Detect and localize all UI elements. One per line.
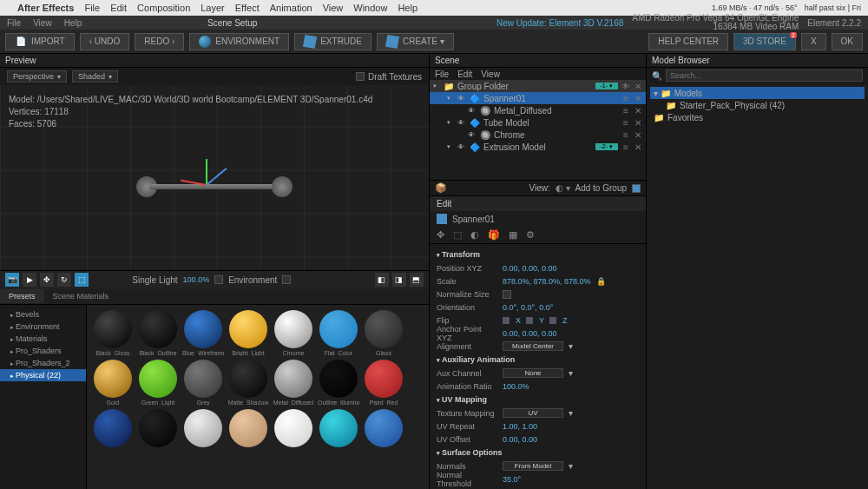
scale-icon[interactable]: ⬚	[453, 229, 462, 241]
starter-pack[interactable]: 📁Starter_Pack_Physical (42)	[650, 99, 865, 111]
tab-scene-materials[interactable]: Scene Materials	[44, 289, 118, 303]
scene-item[interactable]: ▾👁🔷Extrusion Model-2- ▾≡✕	[430, 141, 646, 153]
gear-icon[interactable]: ⚙	[526, 229, 535, 241]
favorites-folder[interactable]: 📁Favorites	[650, 111, 865, 123]
models-folder[interactable]: ▾ 📁Models	[650, 87, 865, 99]
sec-uv[interactable]: UV Mapping	[437, 393, 639, 406]
scene-item[interactable]: 👁🔘Chrome≡✕	[430, 129, 646, 141]
material-extra-6[interactable]	[363, 409, 404, 447]
light-checkbox[interactable]	[214, 275, 223, 284]
menu-layer[interactable]: Layer	[201, 3, 225, 13]
material-matte_shadow[interactable]: Matte_Shadow	[227, 360, 269, 406]
create-button[interactable]: CREATE ▾	[377, 33, 454, 50]
tree-materials[interactable]: Materials	[0, 333, 86, 345]
sub-file[interactable]: File	[7, 18, 21, 28]
aux-dropdown[interactable]: None	[503, 368, 563, 378]
import-button[interactable]: 📄IMPORT	[5, 33, 75, 50]
scene-file[interactable]: File	[435, 69, 449, 79]
sec-transform[interactable]: Transform	[437, 248, 639, 261]
shaded-dropdown[interactable]: Shaded	[72, 70, 118, 83]
material-flat_color[interactable]: Flat_Color	[318, 310, 359, 356]
group-folder-row[interactable]: ▾📁Group Folder -1- ▾👁✕	[430, 80, 646, 92]
normals-dropdown[interactable]: From Model	[503, 461, 563, 471]
update-link[interactable]: New Update: Element 3D V.2168	[496, 18, 623, 28]
draft-checkbox[interactable]	[356, 72, 365, 81]
helpcenter-button[interactable]: HELP CENTER	[648, 33, 728, 50]
tree-proshaders2[interactable]: Pro_Shaders_2	[0, 357, 86, 369]
material-paint_red[interactable]: Paint_Red	[363, 360, 404, 406]
material-black_gloss[interactable]: Black_Gloss	[92, 310, 134, 356]
scene-item[interactable]: 👁🔘Metal_Diffused≡✕	[430, 104, 646, 116]
vp-btn3[interactable]: ⬒	[410, 273, 424, 287]
material-bright_light[interactable]: Bright_Light	[227, 310, 269, 356]
pos-value[interactable]: 0.00, 0.00, 0.00	[503, 264, 557, 273]
align-dropdown[interactable]: Model Center	[503, 341, 563, 351]
select-tool[interactable]: ▶	[23, 273, 36, 287]
sec-aux[interactable]: Auxiliary Animation	[437, 353, 639, 367]
texmap-dropdown[interactable]: UV	[503, 408, 563, 418]
anchor-value[interactable]: 0.00, 0.00, 0.00	[503, 329, 557, 338]
menu-composition[interactable]: Composition	[137, 3, 190, 13]
menu-effect[interactable]: Effect	[235, 3, 260, 13]
sub-view[interactable]: View	[33, 18, 52, 28]
x-button[interactable]: X	[801, 33, 826, 50]
material-extra-2[interactable]	[182, 409, 224, 447]
material-extra-0[interactable]	[92, 409, 134, 447]
status-time[interactable]: half past six | Fri	[805, 3, 861, 12]
undo-button[interactable]: ‹ UNDO	[80, 33, 130, 50]
menu-animation[interactable]: Animation	[270, 3, 312, 13]
menu-view[interactable]: View	[323, 3, 344, 13]
orient-value[interactable]: 0.0°, 0.0°, 0.0°	[503, 303, 553, 312]
material-extra-4[interactable]	[273, 409, 314, 447]
menu-help[interactable]: Help	[398, 3, 418, 13]
material-blue_wireframe[interactable]: Blue_Wireframe	[182, 310, 224, 356]
material-chrome[interactable]: Chrome	[273, 310, 314, 356]
material-extra-1[interactable]	[137, 409, 179, 447]
gift-icon[interactable]: 🎁	[488, 229, 500, 241]
env-checkbox[interactable]	[282, 275, 291, 284]
vp-btn1[interactable]: ◧	[375, 273, 389, 287]
material-green_light[interactable]: Green_Light	[137, 360, 179, 406]
scene-item[interactable]: ▾👁🔷Tube Model≡✕	[430, 116, 646, 129]
material-glass[interactable]: Glass	[363, 310, 404, 356]
reflect-icon[interactable]: ◐	[470, 229, 479, 241]
addgroup-button[interactable]: Add to Group	[575, 183, 627, 193]
rotate-tool[interactable]: ↻	[57, 273, 71, 287]
material-extra-3[interactable]	[227, 409, 269, 447]
menu-file[interactable]: File	[84, 3, 100, 13]
material-gold[interactable]: Gold	[92, 360, 134, 406]
scale-value[interactable]: 878.0%, 878.0%, 878.0%	[503, 277, 591, 286]
app-name[interactable]: After Effects	[17, 3, 74, 13]
scene-view[interactable]: View	[481, 69, 500, 79]
material-metal_diffused[interactable]: Metal_Diffused	[273, 360, 314, 406]
viewport-3d[interactable]: Model: /Users/Shared/LIVE_MAC/3D World/3…	[0, 85, 429, 270]
menu-edit[interactable]: Edit	[110, 3, 127, 13]
lock-icon[interactable]: 🔒	[596, 277, 606, 286]
sec-surface[interactable]: Surface Options	[437, 446, 639, 459]
menu-window[interactable]: Window	[353, 3, 387, 13]
material-outline_illuminat...[interactable]: Outline_Illuminat...	[318, 360, 359, 406]
scale-tool[interactable]: ⬚	[75, 273, 89, 287]
ok-button[interactable]: OK	[832, 33, 863, 50]
tab-presets[interactable]: Presets	[0, 289, 44, 303]
normalize-check[interactable]	[503, 290, 511, 299]
environment-button[interactable]: ENVIRONMENT	[189, 33, 289, 50]
addgroup-icon[interactable]	[632, 184, 641, 193]
move-icon[interactable]: ✥	[437, 229, 444, 241]
tree-environment[interactable]: Environment	[0, 320, 86, 333]
extrude-button[interactable]: EXTRUDE	[294, 33, 372, 50]
material-extra-5[interactable]	[318, 409, 359, 447]
scene-item[interactable]: ▾👁🔷Spanner01≡✕	[430, 92, 646, 104]
light-value[interactable]: 100.0%	[183, 275, 210, 284]
tree-physical[interactable]: Physical (22)	[0, 369, 86, 381]
perspective-dropdown[interactable]: Perspective	[7, 70, 67, 83]
grid-icon[interactable]: ▦	[509, 229, 517, 241]
redo-button[interactable]: REDO ›	[135, 33, 184, 50]
sub-help[interactable]: Help	[64, 18, 82, 28]
tree-bevels[interactable]: Bevels	[0, 308, 86, 320]
vp-btn2[interactable]: ◨	[392, 273, 406, 287]
material-grey[interactable]: Grey	[182, 360, 224, 406]
camera-icon[interactable]: 📷	[5, 273, 19, 287]
move-tool[interactable]: ✥	[40, 273, 54, 287]
store-button[interactable]: 3D STORE2	[733, 33, 796, 50]
